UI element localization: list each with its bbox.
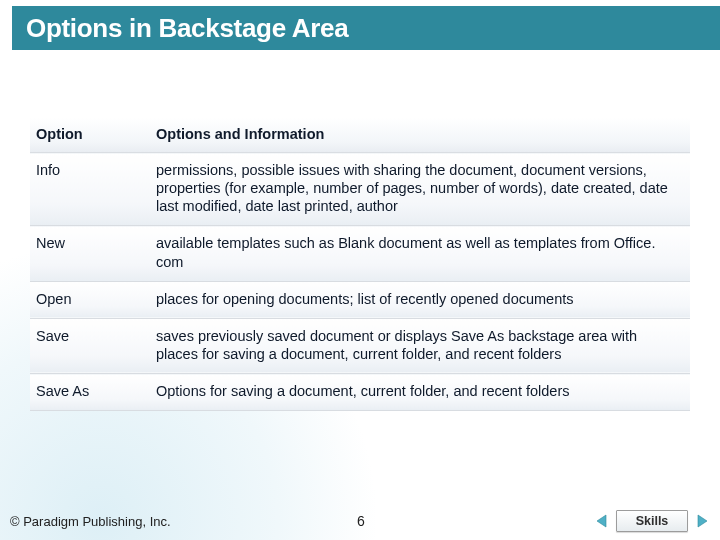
svg-marker-0 bbox=[597, 515, 606, 527]
footer: © Paradigm Publishing, Inc. 6 Skills bbox=[10, 508, 712, 534]
table-row: New available templates such as Blank do… bbox=[30, 226, 690, 281]
cell-option: Info bbox=[30, 153, 150, 226]
table-header-desc: Options and Information bbox=[150, 118, 690, 153]
page-number: 6 bbox=[357, 513, 365, 529]
cell-desc: saves previously saved document or displ… bbox=[150, 318, 690, 373]
cell-desc: available templates such as Blank docume… bbox=[150, 226, 690, 281]
svg-marker-1 bbox=[698, 515, 707, 527]
table-row: Save saves previously saved document or … bbox=[30, 318, 690, 373]
table-row: Open places for opening documents; list … bbox=[30, 281, 690, 318]
content-area: Option Options and Information Info perm… bbox=[30, 118, 690, 411]
next-button[interactable] bbox=[692, 511, 712, 531]
prev-button[interactable] bbox=[592, 511, 612, 531]
page-title: Options in Backstage Area bbox=[12, 13, 348, 44]
cell-desc: permissions, possible issues with sharin… bbox=[150, 153, 690, 226]
arrow-right-icon bbox=[695, 514, 709, 528]
cell-option: New bbox=[30, 226, 150, 281]
cell-option: Open bbox=[30, 281, 150, 318]
arrow-left-icon bbox=[595, 514, 609, 528]
skills-button-label: Skills bbox=[636, 514, 669, 528]
table-header-option: Option bbox=[30, 118, 150, 153]
cell-option: Save As bbox=[30, 374, 150, 411]
footer-controls: Skills bbox=[592, 510, 712, 532]
cell-desc: places for opening documents; list of re… bbox=[150, 281, 690, 318]
table-header-row: Option Options and Information bbox=[30, 118, 690, 153]
table-row: Info permissions, possible issues with s… bbox=[30, 153, 690, 226]
options-table: Option Options and Information Info perm… bbox=[30, 118, 690, 411]
table-row: Save As Options for saving a document, c… bbox=[30, 374, 690, 411]
cell-option: Save bbox=[30, 318, 150, 373]
skills-button[interactable]: Skills bbox=[616, 510, 688, 532]
cell-desc: Options for saving a document, current f… bbox=[150, 374, 690, 411]
title-bar: Options in Backstage Area bbox=[12, 6, 720, 50]
copyright-text: © Paradigm Publishing, Inc. bbox=[10, 514, 171, 529]
